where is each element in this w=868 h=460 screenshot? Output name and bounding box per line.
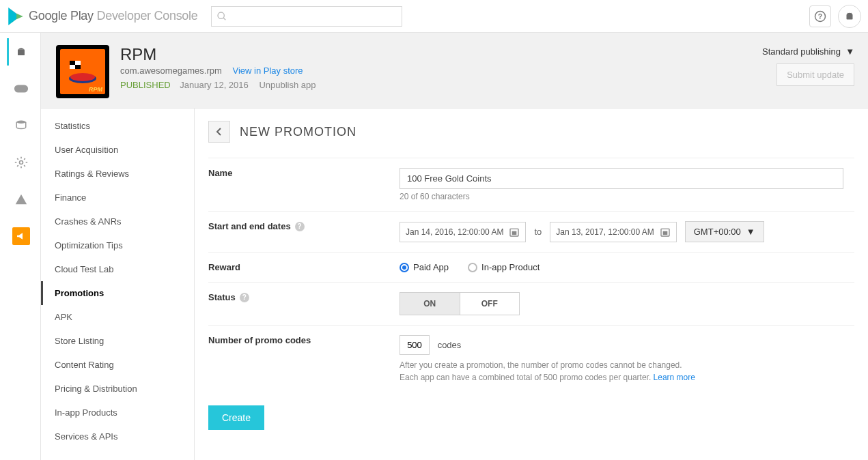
unpublish-link[interactable]: Unpublish app (259, 80, 316, 90)
left-rail (0, 33, 41, 460)
brand-text: Google Play Developer Console (29, 9, 197, 23)
rail-games[interactable] (7, 75, 34, 102)
back-button[interactable] (208, 121, 230, 143)
svg-line-1 (223, 18, 225, 20)
search-icon (216, 11, 227, 22)
rail-apps[interactable] (7, 38, 34, 66)
codes-note-2: Each app can have a combined total of 50… (400, 373, 651, 382)
promo-codes-input[interactable] (400, 335, 430, 355)
codes-suffix: codes (438, 340, 462, 350)
learn-more-link[interactable]: Learn more (654, 373, 695, 382)
reward-radio-paid-app[interactable]: Paid App (400, 262, 449, 272)
svg-rect-17 (512, 231, 517, 234)
svg-rect-4 (847, 14, 853, 20)
publish-date: January 12, 2016 (180, 80, 248, 90)
app-sidebar: Statistics User Acquisition Ratings & Re… (41, 109, 195, 460)
help-button[interactable]: ? (809, 5, 831, 27)
svg-rect-7 (18, 50, 25, 55)
rail-reports[interactable] (7, 112, 34, 139)
start-date-input[interactable]: Jan 14, 2016, 12:00:00 AM (400, 222, 526, 242)
svg-rect-19 (662, 231, 667, 234)
status-toggle: ON OFF (400, 292, 520, 315)
rail-alerts[interactable] (7, 186, 34, 213)
chevron-left-icon (216, 127, 223, 136)
svg-point-15 (70, 73, 95, 81)
status-label: Status (208, 292, 236, 302)
package-name: com.awesomegames.rpm (120, 66, 222, 76)
sidebar-item-in-app-products[interactable]: In-app Products (41, 401, 194, 425)
sidebar-item-promotions[interactable]: Promotions (41, 281, 194, 305)
promo-codes-label: Number of promo codes (208, 335, 400, 345)
svg-point-9 (16, 121, 26, 124)
view-in-store-link[interactable]: View in Play store (232, 66, 303, 76)
sidebar-item-pricing-distribution[interactable]: Pricing & Distribution (41, 377, 194, 401)
svg-rect-12 (70, 61, 75, 65)
radio-unchecked-icon (468, 263, 477, 272)
page-title: NEW PROMOTION (240, 125, 356, 139)
app-icon: RPM (56, 45, 109, 98)
help-icon: ? (814, 10, 826, 23)
help-icon[interactable]: ? (240, 293, 249, 302)
calendar-icon (509, 227, 520, 238)
rail-settings[interactable] (7, 149, 34, 176)
sidebar-item-cloud-test-lab[interactable]: Cloud Test Lab (41, 257, 194, 281)
android-icon (843, 10, 856, 23)
play-logo-icon (7, 7, 25, 26)
app-header: RPM RPM com.awesomegames.rpm View in Pla… (41, 33, 868, 109)
logo[interactable]: Google Play Developer Console (7, 7, 197, 26)
sidebar-item-statistics[interactable]: Statistics (41, 114, 194, 138)
name-label: Name (208, 168, 400, 178)
status-off-button[interactable]: OFF (460, 293, 520, 315)
promotion-name-input[interactable] (400, 168, 843, 189)
sidebar-item-optimization-tips[interactable]: Optimization Tips (41, 233, 194, 257)
sidebar-item-crashes-anrs[interactable]: Crashes & ANRs (41, 210, 194, 233)
publish-status: PUBLISHED (120, 80, 171, 90)
app-meta: RPM com.awesomegames.rpm View in Play st… (120, 45, 316, 90)
account-avatar[interactable] (838, 5, 861, 28)
sidebar-item-apk[interactable]: APK (41, 305, 194, 329)
radio-checked-icon (400, 263, 409, 272)
timezone-select[interactable]: GMT+00:00▼ (685, 221, 764, 242)
sidebar-item-services-apis[interactable]: Services & APIs (41, 425, 194, 448)
rail-announcements[interactable] (7, 222, 34, 250)
svg-text:?: ? (818, 12, 822, 20)
svg-point-0 (218, 12, 224, 18)
help-icon[interactable]: ? (295, 222, 305, 231)
top-right: ? (809, 5, 861, 28)
dates-label: Start and end dates (208, 221, 291, 231)
app-title: RPM (120, 45, 316, 64)
sidebar-item-content-rating[interactable]: Content Rating (41, 353, 194, 377)
sidebar-item-user-acquisition[interactable]: User Acquisition (41, 138, 194, 162)
sidebar-item-store-listing[interactable]: Store Listing (41, 329, 194, 353)
search-input[interactable] (211, 6, 402, 27)
calendar-icon (660, 227, 671, 238)
svg-rect-8 (14, 85, 28, 93)
megaphone-icon (12, 227, 30, 245)
svg-rect-13 (75, 65, 81, 69)
sidebar-item-ratings-reviews[interactable]: Ratings & Reviews (41, 162, 194, 186)
end-date-input[interactable]: Jan 13, 2017, 12:00:00 AM (550, 222, 676, 242)
sidebar-item-finance[interactable]: Finance (41, 186, 194, 210)
submit-update-button[interactable]: Submit update (776, 63, 854, 86)
status-on-button[interactable]: ON (400, 293, 460, 315)
top-bar: Google Play Developer Console ? (0, 0, 868, 33)
reward-label: Reward (208, 262, 400, 272)
search-box (211, 6, 402, 27)
content-area: NEW PROMOTION Name 20 of 60 characters S… (195, 109, 868, 460)
name-char-counter: 20 of 60 characters (400, 192, 854, 201)
create-button[interactable]: Create (208, 405, 264, 430)
reward-radio-in-app-product[interactable]: In-app Product (468, 262, 540, 272)
dates-to-label: to (534, 227, 542, 237)
codes-note-1: After you create a promotion, the number… (400, 360, 682, 370)
svg-point-10 (20, 161, 23, 164)
chevron-down-icon: ▼ (746, 227, 755, 237)
publishing-mode-dropdown[interactable]: Standard publishing ▼ (762, 46, 854, 57)
